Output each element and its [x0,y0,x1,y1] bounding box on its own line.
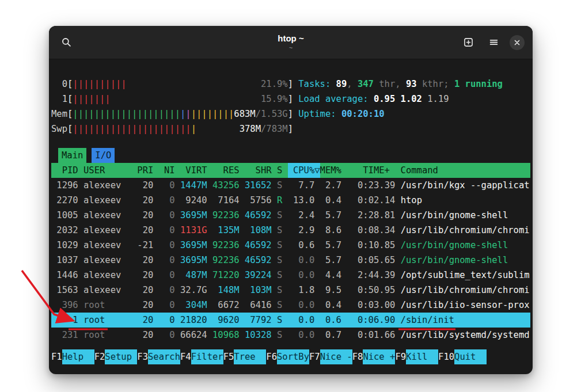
fnkey-action: Tree [234,349,266,364]
text-segment: htop [401,195,422,205]
text-segment: 0:23.39 [347,180,400,191]
fnkey-f6[interactable]: F6SortBy [266,349,309,364]
text-segment: 0 [159,300,180,310]
fnkey-action: SortBy [277,349,309,364]
search-button[interactable] [57,33,75,52]
text-segment: 103M [245,285,277,295]
text-segment: 5.7 [320,255,347,265]
text-segment: ; [443,79,454,89]
text-segment: 0:05.65 [347,255,400,265]
fnkey-f1[interactable]: F1Help [51,349,94,364]
text-segment: /usr/lib/iio-sensor-prox [401,300,530,310]
terminal[interactable]: 0[|||||||||| 21.9%] 1[||||||| 15.9%]Mem[… [49,59,533,364]
text-segment: 0.6 [288,240,320,250]
text-segment [196,124,240,134]
meter-line: Swp[||||||||||||||||||||||| 378M/783M] [51,121,298,136]
tab-i-o[interactable]: I/O [92,148,115,163]
text-segment: S [277,240,288,250]
text-segment: 92236 [212,210,245,220]
meter-line: 0[|||||||||| 21.9%] [51,77,298,92]
text-segment: 0:02.14 [347,195,400,205]
fnkey-action: Nice - [320,349,352,364]
process-row[interactable]: 1446 alexeev 20 0 487M 71220 39224 S 0.0… [51,268,530,283]
text-segment: 1.19 [427,94,449,104]
fnkey-f7[interactable]: F7Nice - [309,349,352,364]
text-segment: [ [67,124,73,134]
fnkey-action: Quit [454,349,487,364]
process-row[interactable]: 1296 alexeev 20 0 1447M 43256 31652 S 7.… [51,178,530,193]
process-row[interactable]: 1029 alexeev -21 0 3695M 92236 46592 S 0… [51,238,530,253]
text-segment: 1.8 [288,285,320,295]
text-segment: 2270 alexeev 20 [51,195,159,205]
text-segment: 1037 alexeev 20 [51,255,159,265]
text-segment: 0.0 [288,330,320,340]
text-segment: [ [67,79,73,89]
process-row[interactable]: 396 root 20 0 304M 6672 6416 S 0.0 0.4 0… [51,298,530,313]
text-segment: ] [288,124,293,134]
text-segment: 13.0 [288,195,320,205]
process-row[interactable]: 2270 alexeev 20 0 9240 7164 5756 R 13.0 … [51,193,530,208]
text-segment: 89 [336,79,347,89]
text-segment: 1029 alexeev -21 [51,240,159,250]
text-segment: /usr/bin/gnome-shell [401,210,508,220]
text-segment: 31652 [245,180,277,191]
fnkey-f5[interactable]: F5Tree [223,349,267,364]
text-segment: |||||||||| [73,79,126,89]
process-row-selected[interactable]: 1 root 20 0 21820 9620 7792 S 0.0 0.6 0:… [51,313,530,328]
text-segment: 0.0 [288,270,320,280]
process-table: 1296 alexeev 20 0 1447M 43256 31652 S 7.… [51,178,530,342]
text-segment: | [191,124,196,134]
menu-button[interactable] [484,33,503,52]
process-row[interactable]: 231 root 20 0 66624 10968 10328 S 0.0 0.… [51,328,530,342]
fnkey-label: F8 [352,349,363,364]
fnkey-f3[interactable]: F3Search [137,349,180,364]
process-row[interactable]: 2032 alexeev 20 0 1131G 135M 108M S 2.9 … [51,223,530,238]
text-segment: 46592 [245,210,277,220]
stat-line: Uptime: 00:20:10 [298,106,530,121]
close-button[interactable] [510,35,525,50]
text-segment: R [277,195,288,205]
text-segment: 6672 [212,300,245,310]
text-segment: 378M [240,124,261,134]
process-row[interactable]: 1005 alexeev 20 0 3695M 92236 46592 S 2.… [51,208,530,223]
text-segment: 46592 [245,240,277,250]
text-segment: 3695M [180,210,212,220]
fnkey-f2[interactable]: F2Setup [94,349,138,364]
text-segment: 5.7 [320,240,347,250]
fnkey-label: F4 [180,349,191,364]
fnkey-f9[interactable]: F9Kill [395,349,438,364]
stat-line: Tasks: 89, 347 thr, 93 kthr; 1 running [298,77,530,92]
text-segment: 1563 alexeev 20 [51,285,159,295]
title-text: htop ~ [278,33,303,43]
text-segment: 46592 [245,255,277,265]
text-segment: S [277,210,288,220]
subtitle-text: ~ [278,44,303,52]
tab-main[interactable]: Main [58,148,86,163]
text-segment: 15.9% [261,94,288,104]
text-segment: 0 [159,285,180,295]
text-segment: S [277,300,288,310]
fnkey-f8[interactable]: F8Nice + [352,349,396,364]
text-segment: 7164 [212,195,245,205]
text-segment: 66624 [180,330,212,340]
fnkey-f10[interactable]: F10Quit [438,349,487,364]
text-segment: 6416 [245,300,277,310]
text-segment: 0.4 [320,195,347,205]
table-header[interactable]: PID USER PRI NI VIRT RES SHR S CPU%▽MEM%… [51,163,530,178]
new-tab-button[interactable] [459,33,477,52]
text-segment: 1131G [180,225,212,235]
process-row[interactable]: 1563 alexeev 20 0 32.7G 148M 103M S 1.8 … [51,283,530,298]
text-segment: CPU%▽ [288,163,320,178]
text-segment: Mem [51,109,67,119]
fnkey-label: F6 [266,349,277,364]
fnkey-f4[interactable]: F4Filter [180,349,223,364]
text-segment: 0.4 [320,300,347,310]
text-segment: /usr/bin/kgx --gapplicat [401,180,530,191]
process-row[interactable]: 1037 alexeev 20 0 3695M 92236 46592 S 0.… [51,253,530,268]
text-segment: ||||||| [73,94,110,104]
fnkey-label: F10 [438,349,454,364]
text-segment: 92236 [212,240,245,250]
text-segment: 43256 [212,180,245,191]
meter-line: 1[||||||| 15.9%] [51,92,298,106]
text-segment: 1446 alexeev 20 [51,270,159,280]
